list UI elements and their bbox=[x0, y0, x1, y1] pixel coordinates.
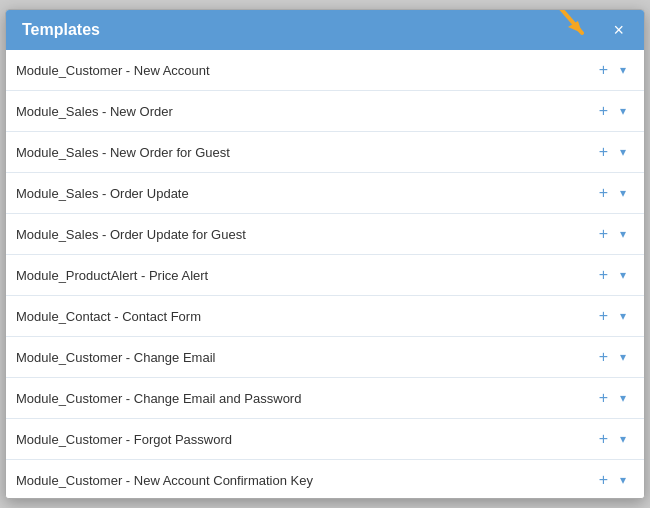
add-template-button[interactable]: + bbox=[595, 470, 612, 490]
template-name: Module_Customer - Change Email bbox=[16, 350, 215, 365]
template-row: Module_Sales - Order Update+▾ bbox=[6, 173, 644, 214]
add-template-button[interactable]: + bbox=[595, 142, 612, 162]
template-row: Module_Customer - Change Email and Passw… bbox=[6, 378, 644, 419]
modal-title: Templates bbox=[22, 21, 100, 39]
template-dropdown-button[interactable]: ▾ bbox=[616, 185, 630, 201]
row-actions: +▾ bbox=[595, 429, 630, 449]
template-row: Module_Customer - Change Email+▾ bbox=[6, 337, 644, 378]
template-dropdown-button[interactable]: ▾ bbox=[616, 267, 630, 283]
template-dropdown-button[interactable]: ▾ bbox=[616, 349, 630, 365]
add-template-button[interactable]: + bbox=[595, 306, 612, 326]
template-dropdown-button[interactable]: ▾ bbox=[616, 103, 630, 119]
template-name: Module_Sales - New Order bbox=[16, 104, 173, 119]
row-actions: +▾ bbox=[595, 306, 630, 326]
add-template-button[interactable]: + bbox=[595, 101, 612, 121]
template-row: Module_Sales - Order Update for Guest+▾ bbox=[6, 214, 644, 255]
template-dropdown-button[interactable]: ▾ bbox=[616, 62, 630, 78]
add-template-button[interactable]: + bbox=[595, 265, 612, 285]
add-template-button[interactable]: + bbox=[595, 60, 612, 80]
add-template-button[interactable]: + bbox=[595, 388, 612, 408]
row-actions: +▾ bbox=[595, 388, 630, 408]
template-dropdown-button[interactable]: ▾ bbox=[616, 390, 630, 406]
row-actions: +▾ bbox=[595, 347, 630, 367]
template-row: Module_Customer - New Account Confirmati… bbox=[6, 460, 644, 498]
template-row: Module_ProductAlert - Price Alert+▾ bbox=[6, 255, 644, 296]
template-dropdown-button[interactable]: ▾ bbox=[616, 308, 630, 324]
svg-line-0 bbox=[550, 9, 582, 33]
row-actions: +▾ bbox=[595, 224, 630, 244]
template-name: Module_Customer - New Account bbox=[16, 63, 210, 78]
add-template-button[interactable]: + bbox=[595, 347, 612, 367]
template-name: Module_Sales - Order Update bbox=[16, 186, 189, 201]
template-list: Module_Customer - New Account+▾Module_Sa… bbox=[6, 50, 644, 498]
template-name: Module_Customer - Change Email and Passw… bbox=[16, 391, 301, 406]
template-dropdown-button[interactable]: ▾ bbox=[616, 472, 630, 488]
template-dropdown-button[interactable]: ▾ bbox=[616, 226, 630, 242]
add-template-button[interactable]: + bbox=[595, 224, 612, 244]
template-dropdown-button[interactable]: ▾ bbox=[616, 144, 630, 160]
row-actions: +▾ bbox=[595, 265, 630, 285]
arrow-annotation bbox=[530, 9, 600, 46]
template-row: Module_Sales - New Order+▾ bbox=[6, 91, 644, 132]
add-template-button[interactable]: + bbox=[595, 429, 612, 449]
template-name: Module_Customer - New Account Confirmati… bbox=[16, 473, 313, 488]
template-name: Module_ProductAlert - Price Alert bbox=[16, 268, 208, 283]
add-template-button[interactable]: + bbox=[595, 183, 612, 203]
row-actions: +▾ bbox=[595, 470, 630, 490]
template-row: Module_Customer - Forgot Password+▾ bbox=[6, 419, 644, 460]
row-actions: +▾ bbox=[595, 60, 630, 80]
template-row: Module_Contact - Contact Form+▾ bbox=[6, 296, 644, 337]
row-actions: +▾ bbox=[595, 101, 630, 121]
row-actions: +▾ bbox=[595, 183, 630, 203]
modal-header: Templates × bbox=[6, 10, 644, 50]
templates-modal: Templates × Module_Customer - New Accoun… bbox=[5, 9, 645, 499]
template-row: Module_Customer - New Account+▾ bbox=[6, 50, 644, 91]
template-name: Module_Sales - New Order for Guest bbox=[16, 145, 230, 160]
template-name: Module_Contact - Contact Form bbox=[16, 309, 201, 324]
svg-marker-1 bbox=[568, 21, 582, 33]
template-name: Module_Customer - Forgot Password bbox=[16, 432, 232, 447]
template-row: Module_Sales - New Order for Guest+▾ bbox=[6, 132, 644, 173]
close-button[interactable]: × bbox=[609, 19, 628, 41]
template-dropdown-button[interactable]: ▾ bbox=[616, 431, 630, 447]
template-name: Module_Sales - Order Update for Guest bbox=[16, 227, 246, 242]
row-actions: +▾ bbox=[595, 142, 630, 162]
